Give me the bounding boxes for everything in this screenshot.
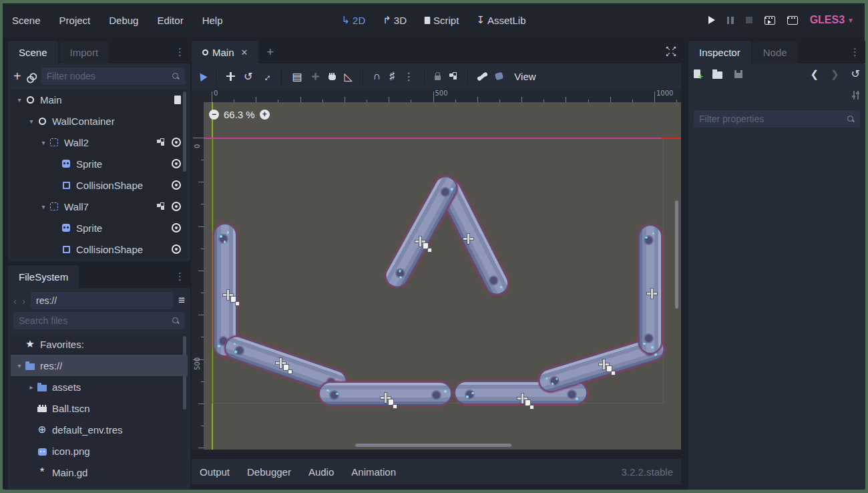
video-driver-select[interactable]: GLES3 ▼ <box>810 14 854 26</box>
history-back-icon[interactable]: ‹ <box>13 295 17 307</box>
history-forward-icon[interactable]: ❯ <box>831 68 839 80</box>
menu-debug[interactable]: Debug <box>99 15 148 26</box>
tab-import[interactable]: Import <box>59 41 110 63</box>
2d-viewport[interactable]: − 66.3 % + <box>204 102 681 450</box>
load-resource-icon[interactable] <box>712 71 722 79</box>
filesystem-row[interactable]: ⊕default_env.tres <box>11 419 188 440</box>
tab-inspector[interactable]: Inspector <box>688 41 751 63</box>
smart-snap-icon[interactable]: ∩ <box>373 70 381 82</box>
script-attached-icon[interactable] <box>174 96 181 104</box>
scene-tree-row[interactable]: Sprite <box>11 217 188 238</box>
search-files-input[interactable] <box>19 315 172 326</box>
lock-node-icon[interactable] <box>435 75 441 80</box>
tree-expand-icon[interactable]: ▾ <box>15 362 24 369</box>
grid-snap-icon[interactable]: ♯ <box>389 70 395 82</box>
scene-tree-row[interactable]: ▾Wall2 <box>11 132 188 153</box>
canvas-hscrollbar[interactable] <box>355 444 511 447</box>
scene-tree-row[interactable]: Sprite <box>11 153 188 174</box>
visibility-eye-icon[interactable] <box>172 202 181 211</box>
zoom-in-button[interactable]: + <box>260 110 270 120</box>
snap-options-icon[interactable]: ⋮ <box>403 70 414 83</box>
play-scene-button[interactable] <box>765 16 775 25</box>
menu-project[interactable]: Project <box>50 15 100 26</box>
move-pivot-tool-icon[interactable] <box>312 73 318 79</box>
workspace-assetlib[interactable]: ↧ AssetLib <box>471 14 531 26</box>
node-position-gizmo[interactable] <box>463 234 473 244</box>
scene-tree-row[interactable]: ▾Wall7 <box>11 196 188 217</box>
visibility-eye-icon[interactable] <box>172 159 181 168</box>
add-node-button[interactable]: + <box>13 69 21 84</box>
scene-tree-row[interactable]: ▾WallContainer <box>11 110 188 132</box>
tree-expand-icon[interactable]: ▾ <box>15 96 24 104</box>
menu-help[interactable]: Help <box>193 15 232 26</box>
menu-scene[interactable]: Scene <box>3 15 50 26</box>
scene-tree-row[interactable]: CollisionShape <box>11 238 188 259</box>
panel-menu-icon[interactable]: ⋮ <box>175 271 185 283</box>
filesystem-row[interactable]: ★Favorites: <box>11 333 188 355</box>
tab-filesystem[interactable]: FileSystem <box>8 265 79 288</box>
current-path-input[interactable] <box>36 295 168 306</box>
distraction-free-icon[interactable]: ↖↗↙↘ <box>665 45 677 57</box>
menu-editor[interactable]: Editor <box>148 15 192 26</box>
tree-expand-icon[interactable]: ▾ <box>39 139 48 146</box>
tree-expand-icon[interactable]: ▸ <box>27 383 36 391</box>
scene-tab-main[interactable]: Main ✕ <box>192 41 258 63</box>
list-select-tool-icon[interactable]: ▤ <box>292 70 302 83</box>
scale-tool-icon[interactable]: ↔ <box>259 69 274 84</box>
visibility-eye-icon[interactable] <box>172 244 181 254</box>
zoom-level[interactable]: 66.3 % <box>224 109 255 120</box>
select-tool-icon[interactable] <box>196 71 207 81</box>
save-resource-icon[interactable] <box>734 70 742 78</box>
ruler-tool-icon[interactable]: ◺ <box>345 70 353 83</box>
panel-menu-icon[interactable]: ⋮ <box>175 46 185 58</box>
object-history-icon[interactable]: ↺ <box>851 67 860 80</box>
instance-scene-button[interactable] <box>25 69 38 83</box>
history-forward-icon[interactable]: › <box>22 295 25 307</box>
scene-tree-row[interactable]: CollisionShape <box>11 174 188 196</box>
filesystem-row[interactable]: ▸assets <box>11 376 188 397</box>
close-tab-icon[interactable]: ✕ <box>241 47 248 57</box>
filesystem-row[interactable]: ▾res:// <box>11 355 188 376</box>
workspace-3d[interactable]: ↱ 3D <box>377 14 412 26</box>
tree-expand-icon[interactable]: ▾ <box>39 203 48 210</box>
history-back-icon[interactable]: ❮ <box>810 68 819 80</box>
visibility-eye-icon[interactable] <box>172 180 181 190</box>
skeleton-options-icon[interactable] <box>478 72 487 80</box>
bottom-tab-audio[interactable]: Audio <box>308 466 334 478</box>
pause-button[interactable] <box>727 17 734 24</box>
scene-tree-row[interactable]: ▾Main <box>11 89 188 110</box>
pan-tool-icon[interactable] <box>329 75 336 80</box>
visibility-eye-icon[interactable] <box>172 138 181 147</box>
view-menu-button[interactable]: View <box>514 71 535 82</box>
grouped-icon[interactable] <box>157 138 165 146</box>
grouped-icon[interactable] <box>157 202 165 210</box>
workspace-script[interactable]: Script <box>419 15 464 26</box>
filesystem-row[interactable]: *Main.gd <box>11 462 188 483</box>
rotate-tool-icon[interactable]: ↺ <box>244 70 252 83</box>
tab-scene[interactable]: Scene <box>8 41 58 63</box>
node-position-gizmo[interactable] <box>647 289 657 299</box>
canvas-vscrollbar[interactable] <box>675 200 678 309</box>
workspace-2d[interactable]: ↳ 2D <box>337 14 371 26</box>
ik-chain-icon[interactable] <box>495 72 503 81</box>
filesystem-row[interactable]: icon.png <box>11 440 188 462</box>
new-resource-icon[interactable] <box>694 69 700 78</box>
inspector-tools-icon[interactable] <box>852 91 860 100</box>
split-mode-icon[interactable]: ≡ <box>178 294 185 307</box>
group-node-icon[interactable] <box>449 72 457 80</box>
tree-expand-icon[interactable]: ▾ <box>27 118 36 125</box>
tab-node[interactable]: Node <box>752 41 798 63</box>
panel-menu-icon[interactable]: ⋮ <box>850 46 860 58</box>
visibility-eye-icon[interactable] <box>172 223 181 232</box>
filesystem-row[interactable]: Ball.tscn <box>11 397 188 419</box>
filter-properties-input[interactable] <box>699 114 847 124</box>
play-custom-scene-button[interactable] <box>787 16 798 25</box>
stop-button[interactable] <box>746 17 752 23</box>
zoom-out-button[interactable]: − <box>209 110 219 120</box>
filter-nodes-input[interactable] <box>47 71 172 81</box>
move-tool-icon[interactable] <box>226 72 235 81</box>
new-scene-tab-button[interactable]: + <box>260 41 280 63</box>
bottom-tab-animation[interactable]: Animation <box>351 466 396 478</box>
play-button[interactable] <box>708 16 715 24</box>
bottom-tab-output[interactable]: Output <box>200 466 230 478</box>
